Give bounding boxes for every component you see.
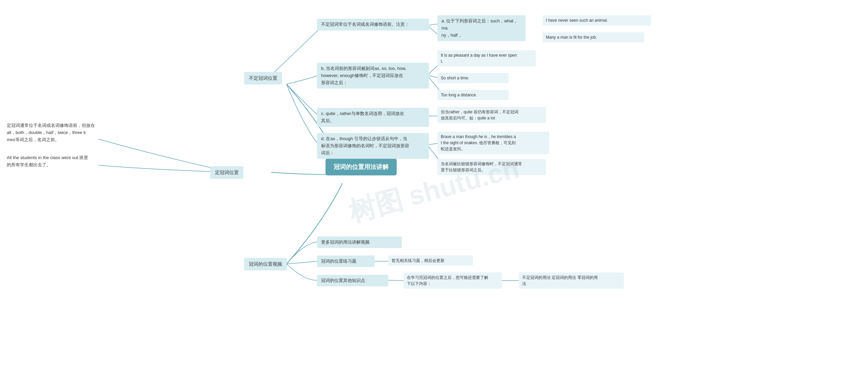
indef-b-ex2: So short a time. bbox=[437, 73, 509, 83]
video-other-note-text: 在学习完冠词的位置之后，您可能还需要了解 下以下内容： bbox=[407, 275, 488, 286]
indef-a-ex1: I have never seen such an animal. bbox=[542, 15, 651, 25]
indef-a-ex2-text: Many a man is fit for the job. bbox=[546, 35, 597, 40]
indef-d-note: 当名词被比较级形容词修饰时，不定冠词通常 置于比较级形容词之后。 bbox=[437, 159, 546, 175]
indef-a-label: 不定冠词常位于名词或名词修饰语前。注意： bbox=[317, 19, 429, 31]
video-exercise-label-text: 冠词的位置练习题 bbox=[321, 259, 356, 264]
video-other-label-text: 冠词的位置其他知识点 bbox=[321, 278, 365, 283]
definite-text1: 定冠词通常位于名词或名词修饰语前，但放在 all，both，double，hal… bbox=[7, 122, 100, 143]
indef-d-note-text: 当名词被比较级形容词修饰时，不定冠词通常 置于比较级形容词之后。 bbox=[441, 161, 522, 172]
indef-a-note: a. 位于下列形容词之后：such，what，ma ny，half， bbox=[437, 15, 526, 41]
indef-d-label-text: d. 在as，though 引导的让步状语从句中，当 标语为形容词修饰的名词时，… bbox=[321, 136, 409, 155]
indef-b-ex1: It is as pleasant a day as I have ever s… bbox=[437, 50, 536, 66]
video-exercise-note-text: 暂无相关练习题，稍后会更新 bbox=[392, 258, 445, 263]
video-exercise-note: 暂无相关练习题，稍后会更新 bbox=[388, 255, 473, 266]
indef-b-ex2-text: So short a time. bbox=[441, 76, 469, 80]
indef-c-label: c. quite，rather与单数名词连用，冠词放在 其后。 bbox=[317, 108, 429, 127]
video-more: 更多冠词的用法讲解视频 bbox=[317, 236, 402, 248]
indef-b-ex1-text: It is as pleasant a day as I have ever s… bbox=[441, 53, 517, 64]
branch-video: 冠词的位置视频 bbox=[244, 258, 287, 270]
video-exercise-label: 冠词的位置练习题 bbox=[317, 255, 375, 267]
branch-indefinite-label: 不定冠词位置 bbox=[249, 75, 277, 81]
indef-d-label: d. 在as，though 引导的让步状语从句中，当 标语为形容词修饰的名词时，… bbox=[317, 133, 429, 159]
branch-indefinite: 不定冠词位置 bbox=[244, 72, 282, 84]
indef-d-ex1: Brave a man though he is，he trembles a t… bbox=[437, 132, 549, 154]
branch-video-label: 冠词的位置视频 bbox=[249, 261, 282, 267]
center-label: 冠词的位置用法讲解 bbox=[334, 163, 389, 171]
definite-text2: All the students in the class went out.班… bbox=[7, 154, 100, 169]
definite-text2-label: All the students in the class went out.班… bbox=[7, 155, 88, 167]
indef-a-ex2: Many a man is fit for the job. bbox=[542, 32, 644, 42]
branch-definite-label: 定冠词位置 bbox=[215, 170, 239, 175]
video-other-label: 冠词的位置其他知识点 bbox=[317, 275, 388, 286]
indef-b-label-text: b. 当名词前的形容词被副词as, so, too, how, however,… bbox=[321, 66, 406, 85]
indef-a-label-text: 不定冠词常位于名词或名词修饰语前。注意： bbox=[321, 22, 409, 27]
branch-definite: 定冠词位置 bbox=[210, 166, 243, 179]
indef-b-ex3: Too long a distance. bbox=[437, 90, 509, 100]
indef-a-note-text: a. 位于下列形容词之后：such，what，ma ny，half， bbox=[441, 18, 518, 38]
indef-b-label: b. 当名词前的形容词被副词as, so, too, how, however,… bbox=[317, 63, 429, 89]
indef-c-note-text: 但当rather，quite 前仍有形容词，不定冠词 放其前后均可。如：quit… bbox=[441, 110, 518, 120]
indef-c-note: 但当rather，quite 前仍有形容词，不定冠词 放其前后均可。如：quit… bbox=[437, 107, 546, 123]
video-other-links: 不定冠词的用法 定冠词的用法 零冠词的用 法 bbox=[519, 272, 624, 289]
center-node: 冠词的位置用法讲解 bbox=[326, 158, 397, 175]
watermark: 树图 shutu.cn bbox=[0, 0, 868, 381]
indef-d-ex1-text: Brave a man though he is，he trembles a t… bbox=[441, 134, 516, 151]
definite-text1-label: 定冠词通常位于名词或名词修饰语前，但放在 all，both，double，hal… bbox=[7, 123, 95, 142]
indef-a-ex1-text: I have never seen such an animal. bbox=[546, 18, 608, 23]
video-more-label: 更多冠词的用法讲解视频 bbox=[321, 240, 370, 245]
video-other-note: 在学习完冠词的位置之后，您可能还需要了解 下以下内容： bbox=[403, 272, 502, 289]
indef-b-ex3-text: Too long a distance. bbox=[441, 93, 477, 97]
indef-c-label-text: c. quite，rather与单数名词连用，冠词放在 其后。 bbox=[321, 111, 404, 123]
video-other-links-text: 不定冠词的用法 定冠词的用法 零冠词的用 法 bbox=[522, 275, 598, 286]
